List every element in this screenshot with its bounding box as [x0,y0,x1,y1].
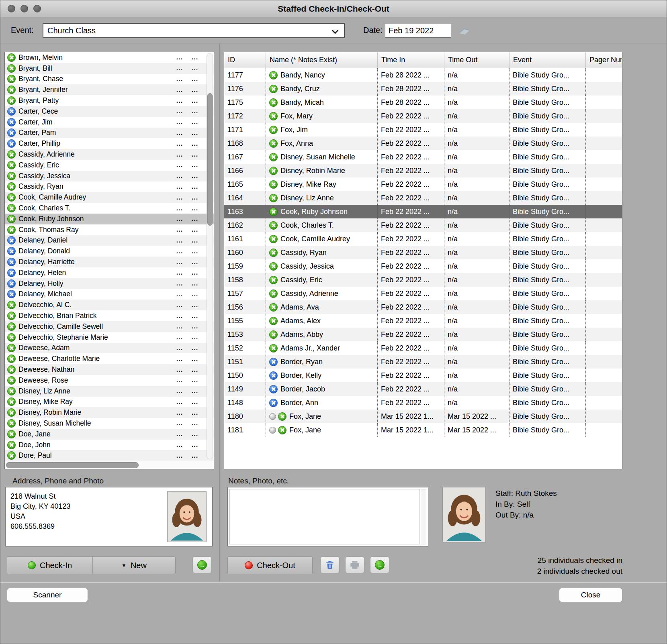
notes-button[interactable]: ... [190,259,200,266]
notes-button[interactable]: ... [190,323,200,330]
notes-button[interactable]: ... [190,140,200,147]
list-item[interactable]: Disney, Susan Michelle...... [5,418,214,429]
list-item[interactable]: Cook, Ruby Johnson...... [5,214,214,224]
table-row[interactable]: 1166Disney, Robin MarieFeb 22 2022 ...n/… [224,164,622,177]
new-button[interactable]: ▼ New [92,557,175,574]
column-header-time-out[interactable]: Time Out [444,52,509,68]
notes-button[interactable]: ... [190,387,200,395]
notes-button[interactable]: ... [190,441,200,448]
notes-button[interactable]: ... [190,161,200,169]
notes-button[interactable]: ... [190,409,200,416]
horizontal-scrollbar-track[interactable] [5,461,214,469]
details-button[interactable]: ... [174,151,185,158]
list-item[interactable]: Doe, John...... [5,440,214,450]
details-button[interactable]: ... [174,387,185,395]
details-button[interactable]: ... [174,65,185,72]
list-item[interactable]: Carter, Cece...... [5,106,214,117]
notes-button[interactable]: ... [190,237,200,244]
details-button[interactable]: ... [174,140,185,147]
check-out-button[interactable]: Check-Out [228,557,312,574]
table-row[interactable]: 1152Adams Jr., XanderFeb 22 2022 ...n/aB… [224,341,622,355]
details-button[interactable]: ... [174,398,185,406]
list-item[interactable]: Deweese, Nathan...... [5,364,214,375]
list-item[interactable]: Deweese, Charlotte Marie...... [5,353,214,364]
table-row[interactable]: 1157Cassidy, AdrienneFeb 22 2022 ...n/aB… [224,287,622,300]
notes-button[interactable]: ... [190,377,200,384]
notes-button[interactable]: ... [190,215,200,222]
table-row[interactable]: 1176Bandy, CruzFeb 28 2022 ...n/aBible S… [224,82,622,96]
table-row[interactable]: 1149Border, JacobFeb 22 2022 ...n/aBible… [224,382,622,396]
notes-button[interactable]: ... [190,366,200,373]
list-item[interactable]: Delaney, Harriette...... [5,257,214,267]
list-item[interactable]: Delaney, Donald...... [5,246,214,257]
table-row[interactable]: 1167Disney, Susan MichelleFeb 22 2022 ..… [224,150,622,164]
list-item[interactable]: Cassidy, Jessica...... [5,171,214,181]
notes-button[interactable]: ... [190,65,200,72]
table-row[interactable]: 1159Cassidy, JessicaFeb 22 2022 ...n/aBi… [224,259,622,273]
details-button[interactable]: ... [174,280,185,287]
details-button[interactable]: ... [174,205,185,212]
list-item[interactable]: Bryant, Chase...... [5,74,214,85]
table-row[interactable]: 1150Border, KellyFeb 22 2022 ...n/aBible… [224,369,622,382]
table-row[interactable]: 1162Cook, Charles T.Feb 22 2022 ...n/aBi… [224,218,622,232]
list-item[interactable]: Deweese, Rose...... [5,375,214,386]
details-button[interactable]: ... [174,323,185,330]
delete-button[interactable] [320,556,340,573]
list-item[interactable]: Cook, Camille Audrey...... [5,192,214,203]
zoom-window-button[interactable] [33,5,41,12]
move-right-button[interactable]: → [192,556,212,573]
notes-button[interactable]: ... [190,194,200,201]
notes-button[interactable]: ... [190,334,200,341]
notes-button[interactable]: ... [190,108,200,115]
column-header-pager[interactable]: Pager Nur [586,52,622,68]
list-item[interactable]: Cassidy, Adrienne...... [5,149,214,160]
date-picker-icon[interactable] [458,26,471,35]
details-button[interactable]: ... [174,129,185,137]
list-item[interactable]: Cassidy, Ryan...... [5,181,214,192]
notes-button[interactable]: ... [190,291,200,298]
details-button[interactable]: ... [174,259,185,266]
details-button[interactable]: ... [174,409,185,416]
details-button[interactable]: ... [174,54,185,61]
notes-button[interactable]: ... [190,151,200,158]
notes-button[interactable]: ... [190,312,200,320]
details-button[interactable]: ... [174,355,185,363]
list-item[interactable]: Carter, Jim...... [5,117,214,128]
details-button[interactable]: ... [174,420,185,427]
details-button[interactable]: ... [174,75,185,83]
table-row[interactable]: 1160Cassidy, RyanFeb 22 2022 ...n/aBible… [224,246,622,259]
list-item[interactable]: Carter, Pam...... [5,128,214,139]
notes-button[interactable]: ... [190,75,200,83]
list-item[interactable]: Brown, Melvin...... [5,52,214,63]
details-button[interactable]: ... [174,366,185,373]
notes-button[interactable]: ... [190,97,200,104]
list-item[interactable]: Doe, Jane...... [5,429,214,440]
details-button[interactable]: ... [174,344,185,352]
column-header-time-in[interactable]: Time In [378,52,444,68]
list-item[interactable]: Carter, Phillip...... [5,138,214,149]
details-button[interactable]: ... [174,452,185,459]
list-item[interactable]: Delvecchio, Camille Sewell...... [5,321,214,332]
list-item[interactable]: Delaney, Helen...... [5,267,214,278]
table-row[interactable]: 1163Cook, Ruby JohnsonFeb 22 2022 ...n/a… [224,205,622,218]
details-button[interactable]: ... [174,183,185,190]
list-item[interactable]: Delvecchio, Al C....... [5,300,214,310]
list-item[interactable]: Delaney, Holly...... [5,278,214,289]
table-row[interactable]: 1153Adams, AbbyFeb 22 2022 ...n/aBible S… [224,328,622,341]
table-row[interactable]: 1156Adams, AvaFeb 22 2022 ...n/aBible St… [224,300,622,314]
print-button[interactable] [345,556,364,573]
notes-button[interactable]: ... [190,420,200,427]
close-window-button[interactable] [8,5,15,12]
details-button[interactable]: ... [174,334,185,341]
check-in-button[interactable]: Check-In [7,557,92,574]
notes-textarea[interactable] [229,489,420,544]
minimize-window-button[interactable] [20,5,28,12]
details-button[interactable]: ... [174,172,185,179]
list-item[interactable]: Dore, Paul...... [5,450,214,461]
list-item[interactable]: Delaney, Daniel...... [5,235,214,246]
details-button[interactable]: ... [174,269,185,276]
details-button[interactable]: ... [174,248,185,255]
notes-button[interactable]: ... [190,226,200,233]
list-item[interactable]: Delaney, Michael...... [5,289,214,300]
table-row[interactable]: 1151Border, RyanFeb 22 2022 ...n/aBible … [224,355,622,369]
